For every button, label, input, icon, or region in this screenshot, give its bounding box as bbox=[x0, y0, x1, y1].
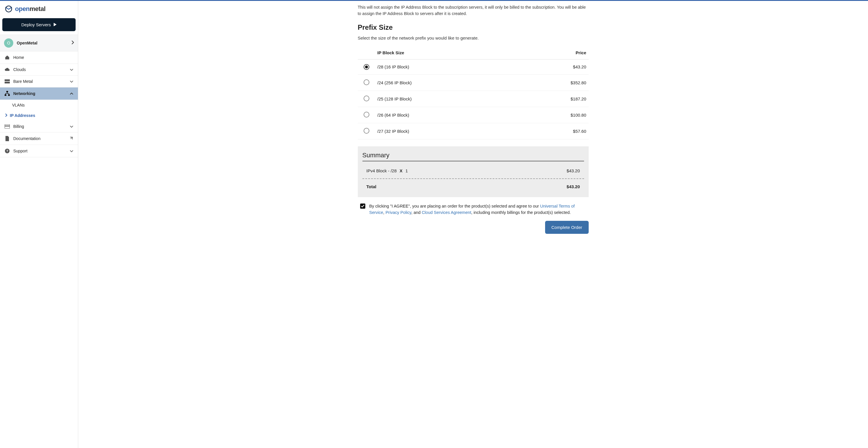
prefix-hint: Select the size of the network prefix yo… bbox=[358, 35, 589, 40]
nav-networking[interactable]: Networking bbox=[0, 87, 78, 100]
total-price: $43.20 bbox=[567, 184, 580, 189]
ip-block-price: $57.60 bbox=[516, 123, 588, 139]
chevron-right-icon bbox=[5, 113, 7, 118]
ip-block-table: IP Block Size Price /28 (16 IP Block)$43… bbox=[358, 46, 589, 140]
summary-divider bbox=[363, 178, 584, 179]
csa-link[interactable]: Cloud Services Agreement bbox=[422, 210, 471, 215]
ip-block-label: /24 (256 IP Block) bbox=[375, 74, 516, 91]
sidebar: openmetal Deploy Servers O OpenMetal Hom… bbox=[0, 1, 78, 448]
brand-text: openmetal bbox=[15, 5, 45, 13]
radio-button[interactable] bbox=[364, 64, 369, 70]
ip-block-row[interactable]: /25 (128 IP Block)$187.20 bbox=[358, 91, 589, 107]
chevron-down-icon bbox=[70, 149, 73, 153]
summary-total: Total $43.20 bbox=[363, 182, 584, 191]
summary-qty: 1 bbox=[405, 168, 408, 173]
networking-subnav: VLANs IP Addresses bbox=[0, 100, 78, 121]
check-icon bbox=[361, 205, 365, 208]
ip-block-label: /25 (128 IP Block) bbox=[375, 91, 516, 107]
ip-block-price: $352.80 bbox=[516, 74, 588, 91]
summary-heading: Summary bbox=[363, 152, 584, 161]
subnav-vlans[interactable]: VLANs bbox=[0, 100, 78, 110]
svg-rect-8 bbox=[5, 125, 10, 126]
svg-marker-1 bbox=[54, 23, 57, 26]
ip-block-label: /26 (64 IP Block) bbox=[375, 107, 516, 123]
nav-label: Clouds bbox=[13, 67, 66, 72]
nav-billing[interactable]: Billing bbox=[0, 121, 78, 132]
home-icon bbox=[5, 55, 10, 60]
chevron-right-icon bbox=[71, 40, 74, 46]
svg-rect-5 bbox=[5, 94, 6, 96]
nav-label: Billing bbox=[13, 124, 66, 129]
col-size-header: IP Block Size bbox=[375, 46, 516, 59]
radio-button[interactable] bbox=[364, 128, 369, 133]
nav-label: Bare Metal bbox=[13, 79, 66, 84]
main-nav: Home Clouds Bare Metal Networking VLANs bbox=[0, 51, 78, 157]
summary-item-label: IPv4 Block - /28 bbox=[367, 168, 397, 173]
server-icon bbox=[5, 79, 10, 83]
external-link-icon bbox=[69, 136, 73, 141]
nav-label: Home bbox=[13, 55, 73, 60]
svg-rect-6 bbox=[8, 94, 10, 96]
openmetal-logo-icon bbox=[5, 5, 13, 13]
nav-support[interactable]: ? Support bbox=[0, 145, 78, 157]
subnav-ip-addresses[interactable]: IP Addresses bbox=[0, 110, 78, 121]
nav-home[interactable]: Home bbox=[0, 51, 78, 64]
prefix-size-heading: Prefix Size bbox=[358, 23, 589, 31]
ip-block-row[interactable]: /27 (32 IP Block)$57.60 bbox=[358, 123, 589, 139]
nav-label: Support bbox=[13, 149, 66, 153]
ip-block-row[interactable]: /24 (256 IP Block)$352.80 bbox=[358, 74, 589, 91]
ip-block-price: $100.80 bbox=[516, 107, 588, 123]
ip-block-price: $187.20 bbox=[516, 91, 588, 107]
summary-line-price: $43.20 bbox=[567, 168, 580, 173]
agree-row: By clicking "I AGREE", you are placing a… bbox=[358, 197, 589, 216]
network-icon bbox=[5, 91, 10, 96]
chevron-down-icon bbox=[70, 79, 73, 84]
svg-rect-4 bbox=[6, 91, 8, 92]
radio-button[interactable] bbox=[364, 95, 369, 101]
total-label: Total bbox=[367, 184, 377, 189]
help-icon: ? bbox=[5, 148, 10, 154]
radio-button[interactable] bbox=[364, 79, 369, 85]
radio-button[interactable] bbox=[364, 112, 369, 118]
svg-text:?: ? bbox=[6, 149, 8, 153]
ip-block-label: /28 (16 IP Block) bbox=[375, 59, 516, 74]
play-icon bbox=[54, 22, 57, 27]
nav-label: Networking bbox=[13, 91, 66, 96]
cloud-icon bbox=[5, 67, 10, 71]
credit-card-icon bbox=[5, 124, 10, 128]
col-price-header: Price bbox=[516, 46, 588, 59]
document-icon bbox=[5, 136, 10, 141]
intro-text: This will not assign the IP Address Bloc… bbox=[358, 1, 589, 17]
summary-line-item: IPv4 Block - /28 X 1 $43.20 bbox=[363, 167, 584, 175]
deploy-label: Deploy Servers bbox=[21, 22, 51, 27]
nav-label: Documentation bbox=[13, 136, 66, 141]
complete-order-button[interactable]: Complete Order bbox=[545, 221, 589, 234]
agree-checkbox[interactable] bbox=[360, 204, 365, 209]
summary-box: Summary IPv4 Block - /28 X 1 $43.20 Tota… bbox=[358, 146, 589, 197]
chevron-down-icon bbox=[70, 124, 73, 129]
summary-qty-sep: X bbox=[400, 168, 403, 173]
deploy-servers-button[interactable]: Deploy Servers bbox=[2, 18, 75, 31]
nav-documentation[interactable]: Documentation bbox=[0, 132, 78, 145]
chevron-up-icon bbox=[70, 91, 73, 96]
org-avatar: O bbox=[4, 38, 13, 48]
brand-logo[interactable]: openmetal bbox=[0, 1, 78, 16]
chevron-down-icon bbox=[70, 67, 73, 72]
subnav-label: IP Addresses bbox=[10, 113, 35, 118]
agree-text: By clicking "I AGREE", you are placing a… bbox=[369, 203, 586, 216]
ip-block-row[interactable]: /28 (16 IP Block)$43.20 bbox=[358, 59, 589, 74]
ip-block-label: /27 (32 IP Block) bbox=[375, 123, 516, 139]
org-name: OpenMetal bbox=[17, 41, 68, 45]
ip-block-row[interactable]: /26 (64 IP Block)$100.80 bbox=[358, 107, 589, 123]
nav-bare-metal[interactable]: Bare Metal bbox=[0, 76, 78, 87]
ip-block-price: $43.20 bbox=[516, 59, 588, 74]
nav-clouds[interactable]: Clouds bbox=[0, 64, 78, 76]
svg-rect-2 bbox=[5, 79, 10, 81]
privacy-link[interactable]: Privacy Policy bbox=[385, 210, 411, 215]
org-selector[interactable]: O OpenMetal bbox=[0, 35, 78, 51]
main-content: This will not assign the IP Address Bloc… bbox=[78, 1, 868, 448]
svg-rect-3 bbox=[5, 82, 10, 83]
